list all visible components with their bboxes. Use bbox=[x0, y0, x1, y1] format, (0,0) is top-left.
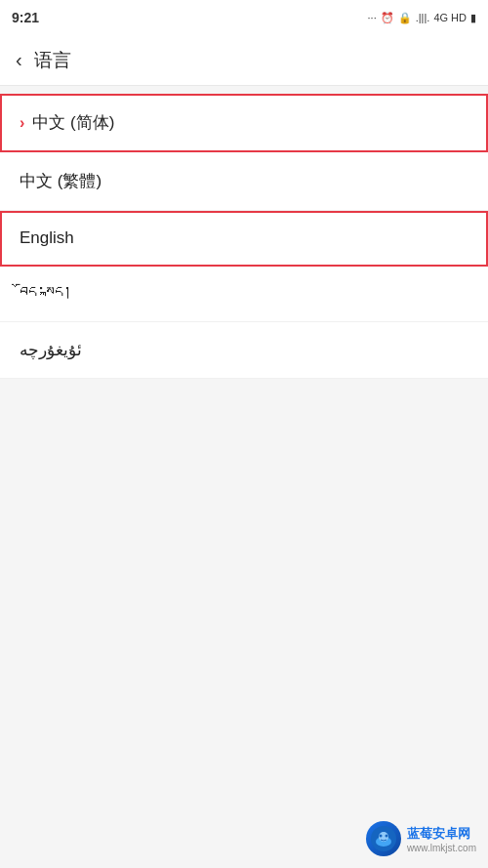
bottom-area: 蓝莓安卓网 www.lmkjst.com bbox=[0, 809, 488, 868]
toolbar: ‹ 语言 bbox=[0, 35, 488, 86]
language-label: 中文 (繁體) bbox=[20, 170, 102, 192]
language-list: › 中文 (简体) 中文 (繁體) English བོད་སྐད། ئۇيغۇ… bbox=[0, 94, 488, 379]
page-title: 语言 bbox=[34, 48, 71, 73]
back-button[interactable]: ‹ bbox=[16, 49, 22, 71]
language-label: ئۇيغۇرچە bbox=[20, 340, 82, 360]
language-item-bo[interactable]: བོད་སྐད། bbox=[0, 267, 488, 322]
language-label: English bbox=[20, 228, 74, 248]
watermark: 蓝莓安卓网 www.lmkjst.com bbox=[366, 821, 476, 856]
status-time: 9:21 bbox=[12, 10, 39, 25]
battery-icon: ▮ bbox=[470, 12, 476, 24]
lock-icon: 🔒 bbox=[398, 12, 412, 24]
watermark-text: 蓝莓安卓网 www.lmkjst.com bbox=[407, 825, 476, 853]
watermark-icon bbox=[366, 821, 401, 856]
signal-dots: ··· bbox=[368, 12, 377, 23]
status-bar: 9:21 ··· ⏰ 🔒 .|||. 4G HD ▮ bbox=[0, 0, 488, 35]
svg-point-3 bbox=[379, 835, 382, 838]
alarm-icon: ⏰ bbox=[381, 12, 394, 24]
language-label: 中文 (简体) bbox=[32, 111, 114, 134]
network-label: 4G HD bbox=[433, 12, 467, 23]
language-item-en[interactable]: English bbox=[0, 211, 488, 267]
status-icons: ··· ⏰ 🔒 .|||. 4G HD ▮ bbox=[368, 12, 476, 24]
language-item-zh-hant[interactable]: 中文 (繁體) bbox=[0, 152, 488, 211]
language-item-ug[interactable]: ئۇيغۇرچە bbox=[0, 322, 488, 379]
signal-bars: .|||. bbox=[416, 12, 430, 23]
language-item-zh-hans[interactable]: › 中文 (简体) bbox=[0, 94, 488, 152]
svg-point-4 bbox=[385, 835, 387, 838]
back-icon: ‹ bbox=[16, 49, 22, 71]
selected-chevron: › bbox=[20, 114, 24, 132]
language-label: བོད་སྐད། bbox=[20, 284, 72, 304]
